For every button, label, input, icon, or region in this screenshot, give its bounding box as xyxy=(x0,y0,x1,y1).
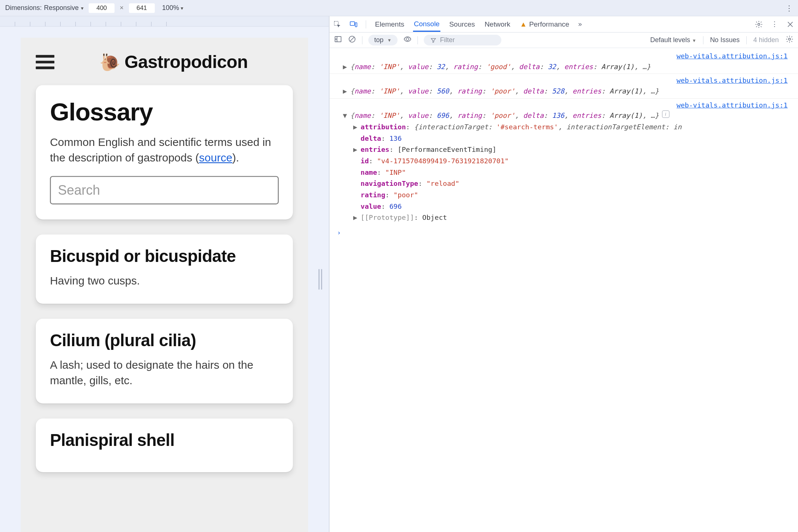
console-filter-input[interactable]: Filter xyxy=(424,35,501,45)
ruler xyxy=(0,16,329,27)
console-sidebar-toggle-icon[interactable] xyxy=(334,35,342,45)
entry-term: Cilium (plural cilia) xyxy=(50,331,279,350)
app-header: 🐌 Gastropodicon xyxy=(27,47,302,85)
tab-console[interactable]: Console xyxy=(413,17,440,32)
dimensions-label: Dimensions: xyxy=(5,4,42,12)
glossary-entry: Bicuspid or bicuspidate Having two cusps… xyxy=(36,235,293,304)
clear-console-icon[interactable] xyxy=(348,35,356,45)
svg-line-8 xyxy=(350,37,354,41)
search-input[interactable] xyxy=(50,176,279,204)
hidden-count: 4 hidden xyxy=(753,36,779,44)
expand-arrow-icon[interactable]: ▶ xyxy=(353,212,358,223)
console-toolbar: top▼ Filter Default levels ▼ No Issues 4… xyxy=(330,33,798,48)
console-log[interactable]: web-vitals.attribution.js:1 ▶ {name: 'IN… xyxy=(330,50,798,74)
expand-arrow-icon[interactable]: ▶ xyxy=(343,62,347,72)
devtools-panel: Elements Console Sources Network ▲ Perfo… xyxy=(330,16,798,532)
height-input[interactable] xyxy=(129,3,155,13)
entry-term: Bicuspid or bicuspidate xyxy=(50,247,279,266)
app-title: 🐌 Gastropodicon xyxy=(54,52,293,72)
device-name: Responsive xyxy=(44,4,79,12)
tab-elements[interactable]: Elements xyxy=(374,17,405,32)
console-prompt-caret-icon[interactable]: › xyxy=(330,225,798,238)
glossary-source-link[interactable]: source xyxy=(199,151,232,164)
log-levels-dropdown[interactable]: Default levels ▼ xyxy=(650,36,696,44)
console-log-expanded[interactable]: web-vitals.attribution.js:1 ▼ {name: 'IN… xyxy=(330,98,798,225)
warning-icon: ▲ xyxy=(520,20,527,28)
settings-icon[interactable] xyxy=(755,20,763,28)
glossary-card: Glossary Common English and scientific t… xyxy=(36,85,293,219)
svg-point-10 xyxy=(788,38,791,40)
device-toggle-icon[interactable] xyxy=(349,20,358,28)
collapse-arrow-icon[interactable]: ▼ xyxy=(343,110,347,121)
expand-arrow-icon[interactable]: ▶ xyxy=(343,86,347,97)
svg-marker-6 xyxy=(336,38,337,40)
expand-arrow-icon[interactable]: ▶ xyxy=(353,144,358,155)
tab-sources[interactable]: Sources xyxy=(449,17,476,32)
svg-point-9 xyxy=(406,38,409,40)
device-toolbar: Dimensions: Responsive × 100% ⋮ xyxy=(0,0,798,16)
inspect-icon[interactable] xyxy=(333,20,341,28)
svg-rect-2 xyxy=(355,23,357,27)
devtools-more-icon[interactable]: ⋮ xyxy=(771,20,778,28)
execution-context-dropdown[interactable]: top▼ xyxy=(368,35,398,45)
console-output[interactable]: web-vitals.attribution.js:1 ▶ {name: 'IN… xyxy=(330,48,798,532)
entry-definition: A lash; used to designate the hairs on t… xyxy=(50,357,279,388)
entry-definition: Having two cusps. xyxy=(50,273,279,289)
more-tabs-icon[interactable]: » xyxy=(578,20,582,28)
tab-network[interactable]: Network xyxy=(484,17,511,32)
devtools-tabbar: Elements Console Sources Network ▲ Perfo… xyxy=(330,16,798,33)
glossary-entry: Planispiral shell xyxy=(36,419,293,472)
tab-performance[interactable]: ▲ Performance xyxy=(519,17,570,32)
viewport-resize-handle[interactable] xyxy=(318,269,322,290)
snail-icon: 🐌 xyxy=(99,52,120,72)
expand-arrow-icon[interactable]: ▶ xyxy=(353,122,358,133)
rendered-viewport: 🐌 Gastropodicon Glossary Common English … xyxy=(0,16,329,532)
console-settings-icon[interactable] xyxy=(785,35,794,45)
width-input[interactable] xyxy=(89,3,115,13)
glossary-heading: Glossary xyxy=(50,98,279,126)
console-log[interactable]: web-vitals.attribution.js:1 ▶ {name: 'IN… xyxy=(330,74,798,98)
zoom-dropdown[interactable]: 100% xyxy=(162,4,183,12)
app-title-text: Gastropodicon xyxy=(125,52,248,72)
info-icon[interactable]: i xyxy=(662,110,669,118)
hamburger-icon[interactable] xyxy=(36,55,54,69)
source-link[interactable]: web-vitals.attribution.js:1 xyxy=(676,101,788,109)
entry-term: Planispiral shell xyxy=(50,431,279,450)
source-link[interactable]: web-vitals.attribution.js:1 xyxy=(676,76,788,84)
issues-button[interactable]: No Issues xyxy=(710,36,740,44)
svg-rect-1 xyxy=(350,21,355,25)
dimensions-dropdown[interactable]: Dimensions: Responsive xyxy=(5,4,83,12)
svg-point-3 xyxy=(758,23,760,25)
close-devtools-icon[interactable] xyxy=(786,20,794,28)
source-link[interactable]: web-vitals.attribution.js:1 xyxy=(676,52,788,60)
device-toolbar-more-icon[interactable]: ⋮ xyxy=(785,4,793,13)
glossary-description: Common English and scientific terms used… xyxy=(50,134,279,166)
glossary-entry: Cilium (plural cilia) A lash; used to de… xyxy=(36,319,293,403)
live-expression-icon[interactable] xyxy=(403,35,412,45)
dimension-separator: × xyxy=(120,4,124,12)
